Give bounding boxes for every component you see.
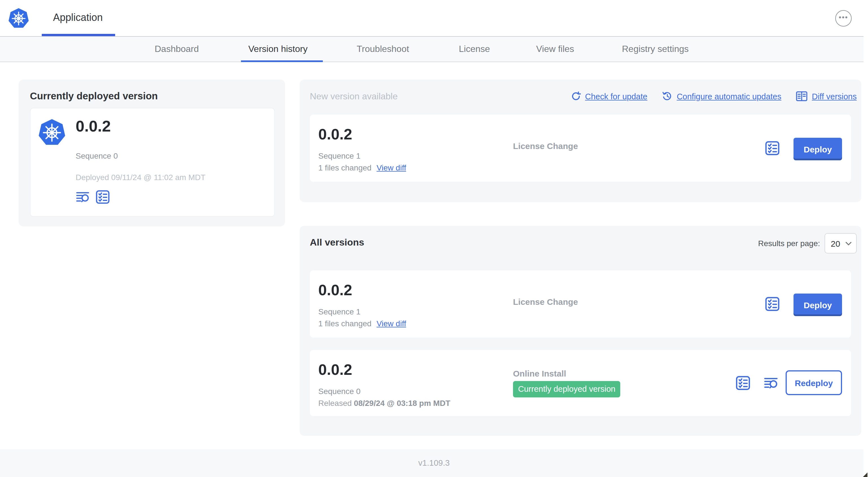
refresh-icon [570,91,581,101]
preflight-checks-icon[interactable] [765,141,780,156]
chevron-down-icon [845,241,851,245]
configure-automatic-updates-link[interactable]: Configure automatic updates [662,91,781,101]
preflight-checks-icon[interactable] [95,190,110,204]
new-version-title: New version available [310,91,398,101]
tab-registry-settings[interactable]: Registry settings [622,37,689,62]
deploy-button[interactable]: Deploy [794,138,842,160]
all-versions-title: All versions [310,237,364,248]
version-number: 0.0.2 [318,361,352,379]
currently-deployed-badge: Currently deployed version [513,381,621,397]
diff-icon [796,91,808,101]
results-per-page-select[interactable]: 20 [825,233,857,254]
current-version-deployed-at: Deployed 09/11/24 @ 11:02 am MDT [75,173,206,182]
preflight-checks-icon[interactable] [765,296,780,311]
kubernetes-logo-icon [8,7,29,29]
scrollbar-track[interactable] [864,0,868,477]
app-title: Application [53,0,103,36]
clock-refresh-icon [662,91,673,101]
tab-license[interactable]: License [459,37,490,62]
version-source: License Change [513,297,578,306]
current-version-sequence: Sequence 0 [75,151,118,160]
version-sequence: Sequence 1 [318,307,360,316]
currently-deployed-title: Currently deployed version [30,90,158,102]
version-number: 0.0.2 [318,126,352,143]
currently-deployed-card: 0.0.2 Sequence 0 Deployed 09/11/24 @ 11:… [30,108,275,217]
tab-troubleshoot[interactable]: Troubleshoot [357,37,409,62]
version-source: Online Install [513,368,566,378]
view-logs-icon[interactable] [764,376,779,391]
version-sequence: Sequence 1 [318,151,360,160]
view-diff-link[interactable]: View diff [376,163,406,172]
current-version-number: 0.0.2 [75,117,111,136]
preflight-checks-icon[interactable] [735,376,751,391]
new-version-section: New version available Check for update [300,80,861,202]
console-version-text: v1.109.3 [0,458,868,468]
version-row-sequence-1: 0.0.2 Sequence 1 1 files changed View di… [310,270,851,337]
active-tab-underline [241,60,323,62]
files-changed-text: 1 files changed [318,163,371,172]
all-versions-section: All versions Results per page: 20 0.0.2 … [300,226,861,436]
view-logs-icon[interactable] [75,190,90,204]
footer: v1.109.3 [0,449,868,477]
top-bar: Application ••• [0,0,868,37]
check-for-update-link[interactable]: Check for update [570,91,647,101]
ellipsis-icon: ••• [839,14,848,20]
app-tab-active-underline [42,34,115,36]
nav-tab-bar: Dashboard Version history Troubleshoot L… [0,37,868,62]
version-row-sequence-0: 0.0.2 Sequence 0 Released 08/29/24 @ 03:… [310,350,851,416]
overflow-menu-button[interactable]: ••• [835,10,851,27]
mouse-cursor [862,473,867,477]
kubernetes-version-icon [38,118,66,146]
tab-dashboard[interactable]: Dashboard [155,37,199,62]
version-sequence: Sequence 0 [318,387,360,396]
main-content: Currently deployed version [0,62,868,449]
results-per-page-label: Results per page: [758,239,820,248]
app-window: Application ••• Dashboard Version histor… [0,0,868,477]
version-source: License Change [513,141,578,151]
deploy-button[interactable]: Deploy [794,294,842,316]
files-changed-text: 1 files changed [318,319,371,328]
version-number: 0.0.2 [318,282,352,299]
pending-version-row: 0.0.2 Sequence 1 1 files changed View di… [310,115,851,182]
view-diff-link[interactable]: View diff [376,319,406,328]
version-released-at: Released 08/29/24 @ 03:18 pm MDT [318,398,451,408]
currently-deployed-panel: Currently deployed version [19,80,285,226]
tab-view-files[interactable]: View files [536,37,574,62]
tab-version-history[interactable]: Version history [248,37,308,62]
diff-versions-link[interactable]: Diff versions [796,91,857,101]
redeploy-button[interactable]: Redeploy [785,370,842,395]
